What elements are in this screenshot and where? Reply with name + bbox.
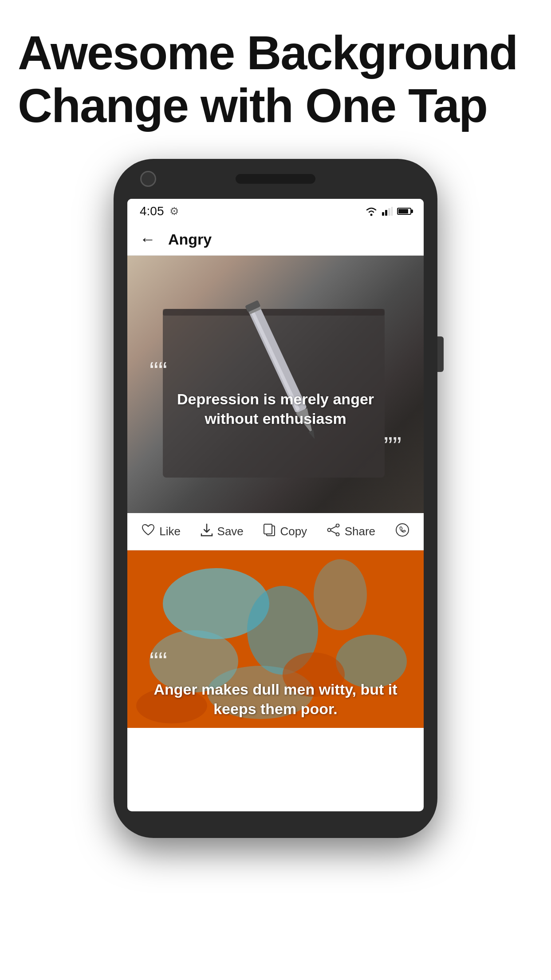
speaker-grill bbox=[236, 174, 315, 184]
svg-rect-14 bbox=[264, 524, 272, 534]
svg-rect-4 bbox=[391, 207, 393, 216]
quote-card-2: ““ Anger makes dull men witty, but it ke… bbox=[127, 550, 424, 728]
quote-text-1: Depression is merely anger without enthu… bbox=[150, 389, 401, 428]
copy-icon bbox=[263, 523, 276, 540]
copy-button[interactable]: Copy bbox=[257, 519, 313, 544]
quote-open-2: ““ bbox=[150, 648, 401, 675]
quote-text-overlay-2: ““ Anger makes dull men witty, but it ke… bbox=[127, 648, 424, 719]
headline-text: Awesome Background Change with One Tap bbox=[18, 27, 533, 132]
svg-line-18 bbox=[331, 526, 336, 529]
phone-top-bar bbox=[114, 159, 437, 199]
svg-rect-3 bbox=[388, 208, 390, 216]
svg-point-20 bbox=[396, 524, 409, 536]
side-button bbox=[437, 336, 444, 372]
status-time: 4:05 bbox=[140, 204, 164, 218]
like-label: Like bbox=[159, 525, 181, 538]
download-icon bbox=[201, 523, 213, 540]
quote-text-2: Anger makes dull men witty, but it keeps… bbox=[150, 680, 401, 719]
quote-text-overlay-1: ““ Depression is merely anger without en… bbox=[127, 358, 424, 459]
camera-area bbox=[140, 171, 156, 187]
phone-mockup: 4:05 ⚙ bbox=[114, 159, 437, 838]
quote-card-1: ““ Depression is merely anger without en… bbox=[127, 256, 424, 550]
share-label: Share bbox=[345, 525, 375, 538]
share-button[interactable]: Share bbox=[321, 519, 382, 544]
headline-line1: Awesome Background bbox=[18, 26, 517, 79]
app-title: Angry bbox=[168, 231, 212, 248]
svg-rect-6 bbox=[163, 309, 385, 316]
phone-wrapper: 4:05 ⚙ bbox=[0, 150, 551, 838]
front-camera bbox=[140, 171, 156, 187]
phone-screen: 4:05 ⚙ bbox=[127, 199, 424, 811]
status-icons bbox=[365, 206, 411, 216]
svg-point-17 bbox=[327, 528, 331, 531]
wifi-icon bbox=[365, 206, 378, 216]
whatsapp-icon bbox=[395, 523, 409, 540]
like-button[interactable]: Like bbox=[135, 519, 187, 544]
page-container: Awesome Background Change with One Tap 4… bbox=[0, 0, 551, 980]
back-button[interactable]: ← bbox=[140, 230, 156, 249]
headline-line2: Change with One Tap bbox=[18, 79, 487, 132]
svg-rect-1 bbox=[382, 212, 384, 216]
signal-icon bbox=[382, 207, 393, 216]
quote-card-image-1: ““ Depression is merely anger without en… bbox=[127, 256, 424, 513]
svg-rect-2 bbox=[385, 210, 387, 216]
app-toolbar: ← Angry bbox=[127, 224, 424, 256]
status-bar: 4:05 ⚙ bbox=[127, 199, 424, 224]
quote-close-1: ”” bbox=[150, 433, 401, 460]
copy-label: Copy bbox=[280, 525, 307, 538]
svg-point-16 bbox=[336, 533, 339, 536]
whatsapp-button[interactable] bbox=[389, 518, 416, 545]
svg-line-19 bbox=[331, 530, 336, 533]
share-icon bbox=[327, 524, 340, 539]
svg-point-25 bbox=[314, 559, 367, 630]
svg-point-0 bbox=[370, 213, 373, 216]
heart-icon bbox=[142, 524, 155, 539]
gear-icon: ⚙ bbox=[169, 205, 179, 217]
action-bar: Like Save bbox=[127, 513, 424, 550]
battery-icon bbox=[397, 208, 411, 215]
svg-point-15 bbox=[336, 524, 339, 527]
save-label: Save bbox=[217, 525, 244, 538]
quote-open-1: ““ bbox=[150, 358, 401, 385]
headline-section: Awesome Background Change with One Tap bbox=[0, 0, 551, 150]
save-button[interactable]: Save bbox=[194, 519, 250, 544]
